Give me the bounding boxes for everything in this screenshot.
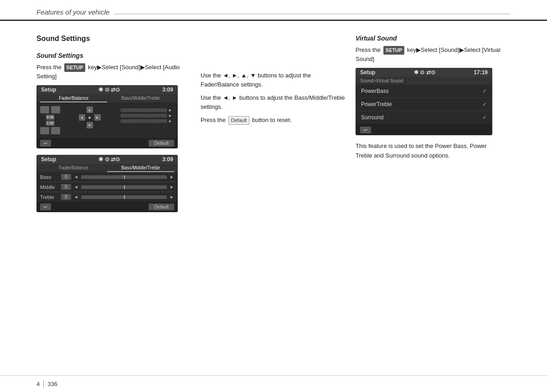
screen2-tab1: Fader/Balance [40, 165, 107, 172]
slider-label-bass: Bass [40, 174, 58, 180]
speaker-top-left [40, 106, 49, 113]
center-instruction3: Press the Default button to reset. [201, 116, 346, 125]
slider-arrow-left-bass[interactable]: ◄ [74, 174, 78, 179]
center-instruction2: Use the ◄, ► buttons to adjust the Bass/… [201, 93, 346, 111]
nav-cross: ▲ ◄ ► [78, 106, 101, 129]
center-text3-prefix: Press the [201, 117, 226, 123]
nav-cell-mc [86, 114, 93, 121]
screen2-tabs: Fader/Balance Bass/Middle/Treble [36, 164, 178, 172]
screen1-body: F=B L=R ▲ [36, 102, 178, 138]
center-text1: Use the ◄, ►, ▲, ▼ buttons to adjust the… [201, 72, 311, 88]
slide-arrow-r1: ► [168, 108, 172, 112]
slider-arrow-left-middle[interactable]: ◄ [74, 184, 78, 189]
page-header: Features of your vehicle [0, 0, 547, 21]
vs-check-powerbass: ✓ [482, 88, 487, 94]
nav-arrow-left[interactable]: ◄ [79, 114, 85, 121]
right-instruction1: Press the SETUP key▶Select [Sound]▶Selec… [356, 46, 511, 63]
slide-bar1 [121, 108, 167, 112]
fb-labels: F=B L=R [46, 115, 55, 126]
screen2-back-btn[interactable]: ↩ [40, 204, 51, 210]
setup-badge-left: SETUP [64, 63, 86, 72]
slide-bar-row2: ► [121, 113, 172, 118]
screen1-back-btn[interactable]: ↩ [40, 140, 51, 147]
speaker-bot-left [40, 127, 49, 134]
slide-bar3 [121, 119, 167, 123]
vs-item-label-powertreble: PowerTreble [361, 101, 392, 107]
left-instruction1: Press the SETUP key▶Select [Sound]▶Selec… [36, 63, 191, 81]
screen1-title: Setup [41, 87, 56, 93]
slider-value-bass: 0 [61, 174, 71, 180]
screen1-status-icons: ✱ ⊙ ⇄⊙ [98, 87, 120, 93]
center-column: Use the ◄, ►, ▲, ▼ buttons to adjust the… [191, 35, 346, 219]
slider-arrow-right-treble[interactable]: ► [170, 194, 174, 199]
screen2-status-icons: ✱ ⊙ ⇄⊙ [98, 156, 120, 163]
screen2-icons: ✱ ⊙ ⇄⊙ [98, 156, 120, 163]
slider-row-bass: Bass 0 ◄ ► [36, 172, 178, 182]
main-content: Sound Settings Sound Settings Press the … [0, 21, 547, 228]
footer-page-ref: 336 [47, 381, 57, 387]
screen2-time: 3:09 [162, 156, 173, 163]
screen2-sliders: Bass 0 ◄ ► Middle 0 ◄ ► Treble 0 [36, 172, 178, 202]
slide-bar-row3: ► [121, 119, 172, 123]
vs-menu-item-powerbass[interactable]: PowerBass ✓ [356, 85, 492, 98]
right-press-label: Press the [356, 46, 381, 53]
footer-divider [43, 380, 44, 387]
vs-menu-item-powertreble[interactable]: PowerTreble ✓ [356, 98, 492, 111]
vs-screen: Setup ✱ ⊙ ⇄⊙ 17:19 Sound>Virtual Sound P… [356, 68, 492, 135]
screen1-tabs: Fader/Balance Bass/Middle/Treble [36, 94, 178, 102]
fb-label1: F=B [46, 115, 55, 120]
nav-arrow-right[interactable]: ► [94, 114, 101, 121]
slider-arrow-right-middle[interactable]: ► [170, 184, 174, 189]
footer: 4 336 [0, 375, 547, 392]
setup-screen-2: Setup ✱ ⊙ ⇄⊙ 3:09 Fader/Balance Bass/Mid… [36, 155, 178, 212]
slider-track-middle [81, 185, 167, 189]
center-instruction1: Use the ◄, ►, ▲, ▼ buttons to adjust the… [201, 71, 346, 89]
screen1-default-btn[interactable]: Default [149, 140, 174, 147]
vs-item-label-surround: Surround [361, 114, 383, 121]
setup-screen-1: Setup ✱ ⊙ ⇄⊙ 3:09 Fader/Balance Bass/Mid… [36, 85, 178, 148]
center-text2: Use the ◄, ► buttons to adjust the Bass/… [201, 94, 345, 110]
nav-cell-tl [78, 106, 86, 113]
setup-badge-right: SETUP [383, 46, 405, 55]
fader-left: F=B L=R [40, 106, 60, 134]
fader-visual: F=B L=R ▲ [40, 106, 174, 134]
vs-menu: PowerBass ✓ PowerTreble ✓ Surround ✓ [356, 85, 492, 124]
nav-cell-mr: ► [94, 114, 101, 121]
vs-status-icons: ✱ ⊙ ⇄⊙ [414, 69, 435, 76]
vs-subtitle: Sound>Virtual Sound [356, 77, 492, 85]
screen1-tab2: Bass/Middle/Treble [107, 96, 174, 102]
fader-right: ▲ ◄ ► [64, 106, 115, 134]
screen2-footer: ↩ Default [36, 202, 178, 212]
vs-titlebar: Setup ✱ ⊙ ⇄⊙ 17:19 [356, 68, 492, 77]
vs-check-surround: ✓ [482, 114, 487, 121]
left-column: Sound Settings Sound Settings Press the … [36, 35, 191, 219]
vs-item-label-powerbass: PowerBass [361, 88, 389, 94]
screen2-default-btn[interactable]: Default [149, 204, 174, 210]
nav-arrow-up[interactable]: ▲ [87, 107, 93, 113]
nav-arrow-down[interactable]: ▼ [87, 122, 93, 128]
section-heading: Sound Settings [36, 35, 191, 43]
nav-cell-br [94, 122, 101, 129]
footer-page-number: 4 [36, 381, 40, 387]
screen2-title: Setup [41, 156, 56, 163]
screen1-titlebar: Setup ✱ ⊙ ⇄⊙ 3:09 [36, 85, 178, 94]
speaker-pair-bottom [40, 127, 60, 134]
slider-arrow-left-treble[interactable]: ◄ [74, 194, 78, 199]
speaker-pair-top [40, 106, 60, 113]
slider-track-bass [81, 175, 167, 179]
slide-bar2 [121, 114, 167, 117]
vs-menu-item-surround[interactable]: Surround ✓ [356, 111, 492, 124]
right-column: Virtual Sound Press the SETUP key▶Select… [346, 35, 511, 219]
nav-cell-bc: ▼ [86, 122, 93, 129]
slider-arrow-right-bass[interactable]: ► [170, 174, 174, 179]
screen1-tab1: Fader/Balance [40, 96, 107, 102]
slider-row-middle: Middle 0 ◄ ► [36, 182, 178, 192]
slide-arrow-r3: ► [168, 119, 172, 123]
screen2-titlebar: Setup ✱ ⊙ ⇄⊙ 3:09 [36, 155, 178, 164]
vs-back-btn[interactable]: ↩ [360, 127, 371, 133]
slider-value-middle: 0 [61, 184, 71, 190]
slider-label-middle: Middle [40, 184, 58, 190]
screen1-footer: ↩ Default [36, 138, 178, 148]
nav-cell-tc: ▲ [86, 106, 93, 113]
fb-label2: L=R [46, 121, 55, 126]
